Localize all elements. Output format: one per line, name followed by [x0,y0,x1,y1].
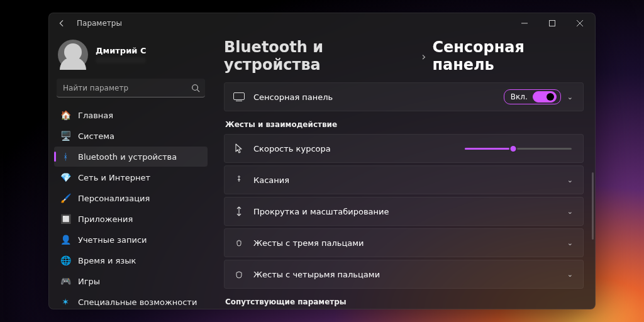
cursor-speed-slider[interactable] [465,148,572,150]
profile-block[interactable]: Дмитрий С [54,36,208,79]
accessibility-icon: ✶ [60,297,70,307]
tap-icon [233,175,245,185]
sidebar-item-label: Приложения [78,214,133,224]
scroll-zoom-label: Прокрутка и масштабирование [253,207,557,216]
four-finger-label: Жесты с четырьмя пальцами [253,270,557,279]
section-related-title: Сопутствующие параметры [225,297,582,306]
settings-window: Параметры Дмитрий С 🏠Г [48,13,596,309]
minimize-button[interactable] [511,14,538,33]
taps-row[interactable]: Касания ⌄ [224,165,584,194]
window-controls [511,14,594,33]
nav-list: 🏠Главная 🖥️Система ᚼBluetooth и устройст… [54,105,208,309]
breadcrumb-parent[interactable]: Bluetooth и устройства [224,38,415,74]
search-box[interactable] [57,79,205,97]
sidebar-item-personalization[interactable]: 🖌️Персонализация [54,188,208,208]
globe-icon: 🌐 [60,255,70,265]
sidebar-item-gaming[interactable]: 🎮Игры [54,271,208,291]
maximize-button[interactable] [538,14,566,33]
sidebar-item-label: Специальные возможности [78,297,197,307]
sidebar-item-label: Главная [78,111,113,120]
sidebar: Дмитрий С 🏠Главная 🖥️Система ᚼBluetooth … [49,33,213,309]
four-finger-row[interactable]: Жесты с четырьмя пальцами ⌄ [224,260,584,289]
close-button[interactable] [566,14,594,33]
sidebar-item-home[interactable]: 🏠Главная [54,105,208,125]
svg-rect-1 [550,21,555,26]
arrow-left-icon [57,19,66,28]
chevron-down-icon[interactable]: ⌄ [566,270,574,279]
brush-icon: 🖌️ [60,193,70,203]
scroll-icon [233,206,245,216]
bluetooth-icon: ᚼ [60,152,70,162]
sidebar-item-label: Игры [78,277,100,286]
three-finger-label: Жесты с тремя пальцами [253,238,557,248]
profile-email [96,57,146,64]
sidebar-item-time-language[interactable]: 🌐Время и язык [54,250,208,270]
breadcrumb: Bluetooth и устройства › Сенсорная панел… [224,38,584,74]
sidebar-item-accounts[interactable]: 👤Учетные записи [54,230,208,250]
three-finger-icon [233,238,245,248]
sidebar-item-label: Персонализация [78,194,150,203]
touchpad-label: Сенсорная панель [253,92,495,102]
section-gestures-title: Жесты и взаимодействие [225,120,582,129]
sidebar-item-bluetooth[interactable]: ᚼBluetooth и устройства [54,147,208,167]
touchpad-master-card[interactable]: Сенсорная панель Вкл. ⌄ [224,82,584,111]
chevron-down-icon[interactable]: ⌄ [566,208,574,216]
touchpad-icon [233,92,245,101]
sidebar-item-accessibility[interactable]: ✶Специальные возможности [54,292,208,309]
chevron-down-icon[interactable]: ⌄ [566,239,574,247]
slider-fill [465,148,513,150]
breadcrumb-current: Сенсорная панель [432,38,584,74]
four-finger-icon [233,269,245,279]
cursor-speed-row: Скорость курсора [224,134,584,163]
window-title: Параметры [77,19,122,28]
cursor-speed-label: Скорость курсора [253,144,456,153]
toggle-state-label: Вкл. [511,92,528,101]
sidebar-item-label: Система [78,131,114,141]
svg-point-8 [238,176,240,177]
slider-thumb[interactable] [509,145,517,153]
apps-icon: 🔲 [60,214,70,224]
chevron-down-icon[interactable]: ⌄ [566,176,574,184]
close-icon [577,20,583,26]
touchpad-toggle-frame: Вкл. [504,89,561,104]
sidebar-item-apps[interactable]: 🔲Приложения [54,209,208,229]
person-icon: 👤 [60,235,70,245]
profile-name: Дмитрий С [96,46,146,55]
search-input[interactable] [57,79,205,97]
svg-rect-6 [234,93,245,100]
cursor-icon [233,143,245,153]
sidebar-item-network[interactable]: 💎Сеть и Интернет [54,167,208,187]
sidebar-item-label: Bluetooth и устройства [78,152,177,162]
taps-label: Касания [253,175,557,185]
sidebar-item-label: Учетные записи [78,235,147,245]
gamepad-icon: 🎮 [60,276,70,286]
three-finger-row[interactable]: Жесты с тремя пальцами ⌄ [224,228,584,257]
minimize-icon [521,20,528,26]
maximize-icon [549,20,555,26]
back-button[interactable] [55,17,68,30]
chevron-right-icon: › [421,50,426,63]
content-area: Bluetooth и устройства › Сенсорная панел… [213,33,595,309]
scroll-zoom-row[interactable]: Прокрутка и масштабирование ⌄ [224,197,584,226]
sidebar-item-label: Время и язык [78,256,136,265]
network-icon: 💎 [60,172,70,182]
system-icon: 🖥️ [60,131,70,141]
home-icon: 🏠 [60,110,70,120]
touchpad-toggle[interactable] [533,91,557,103]
chevron-down-icon[interactable]: ⌄ [566,93,574,101]
sidebar-item-system[interactable]: 🖥️Система [54,126,208,146]
sidebar-item-label: Сеть и Интернет [78,173,150,182]
titlebar: Параметры [49,13,595,33]
scrollbar[interactable] [592,71,594,296]
avatar [58,40,88,70]
